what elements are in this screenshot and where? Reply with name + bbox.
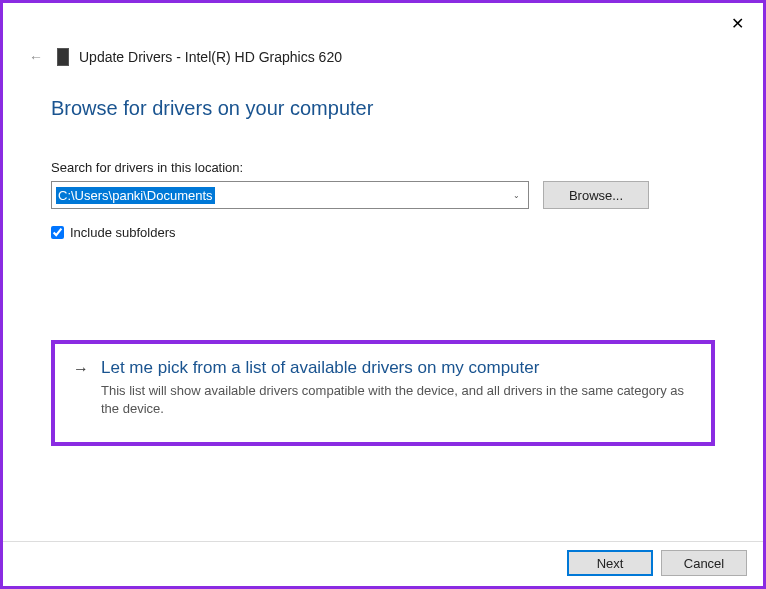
- pick-from-list-option[interactable]: → Let me pick from a list of available d…: [51, 340, 715, 446]
- include-subfolders-label: Include subfolders: [70, 225, 176, 240]
- back-arrow-icon: ←: [29, 49, 43, 65]
- close-button[interactable]: ✕: [725, 11, 749, 35]
- option-title: Let me pick from a list of available dri…: [101, 358, 693, 378]
- close-icon: ✕: [731, 14, 744, 33]
- wizard-footer: Next Cancel: [3, 541, 763, 586]
- path-combobox[interactable]: C:\Users\panki\Documents ⌄: [51, 181, 529, 209]
- path-input-row: C:\Users\panki\Documents ⌄ Browse...: [51, 181, 715, 209]
- path-value: C:\Users\panki\Documents: [56, 187, 215, 204]
- cancel-button[interactable]: Cancel: [661, 550, 747, 576]
- chevron-down-icon: ⌄: [513, 191, 520, 200]
- option-text-block: Let me pick from a list of available dri…: [101, 358, 693, 418]
- include-subfolders-row[interactable]: Include subfolders: [51, 225, 715, 240]
- wizard-title: Update Drivers - Intel(R) HD Graphics 62…: [79, 49, 342, 65]
- browse-button[interactable]: Browse...: [543, 181, 649, 209]
- next-button[interactable]: Next: [567, 550, 653, 576]
- include-subfolders-checkbox[interactable]: [51, 226, 64, 239]
- device-icon: [57, 48, 69, 66]
- content-area: Browse for drivers on your computer Sear…: [3, 67, 763, 446]
- wizard-header: ← Update Drivers - Intel(R) HD Graphics …: [3, 3, 763, 67]
- page-heading: Browse for drivers on your computer: [51, 97, 715, 120]
- arrow-right-icon: →: [73, 358, 89, 418]
- option-description: This list will show available drivers co…: [101, 382, 693, 418]
- search-location-label: Search for drivers in this location:: [51, 160, 715, 175]
- back-button[interactable]: ←: [25, 47, 47, 67]
